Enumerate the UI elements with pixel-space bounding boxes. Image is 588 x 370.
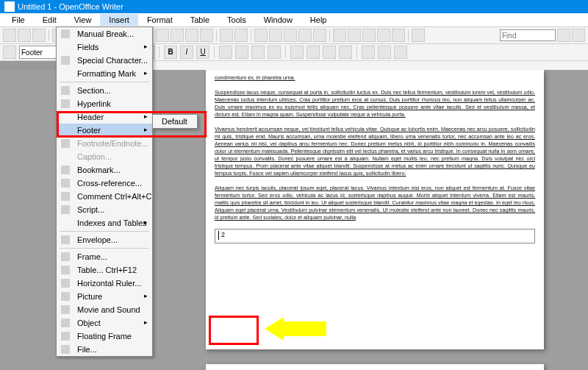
mi-footnote: Footnote/Endnote... (57, 137, 152, 150)
tb-new[interactable] (3, 29, 16, 42)
footer-default[interactable]: Default (153, 115, 197, 128)
page-1-content: condimentum ex, in pharetra urna. Suspen… (206, 70, 544, 226)
bold-btn[interactable]: B (164, 46, 177, 59)
menu-tools[interactable]: Tools (218, 14, 255, 26)
insert-menu-dropdown: Manual Break... Fields Special Character… (56, 26, 153, 357)
styles-btn[interactable] (3, 46, 16, 59)
mi-cross-ref[interactable]: Cross-reference... (57, 177, 152, 190)
tb-cut[interactable] (156, 29, 169, 42)
footer-submenu: Default (152, 114, 198, 129)
menu-format[interactable]: Format (138, 14, 182, 26)
align-right[interactable] (251, 46, 265, 59)
tb-zoom[interactable] (392, 29, 405, 42)
tb-paste[interactable] (185, 29, 198, 42)
find-next[interactable] (572, 29, 585, 42)
fontcolor[interactable] (362, 46, 375, 59)
titlebar: Untitled 1 - OpenOffice Writer (0, 0, 588, 13)
mi-script[interactable]: Script... (57, 203, 152, 216)
menu-table[interactable]: Table (182, 14, 218, 26)
tb-undo[interactable] (220, 29, 233, 42)
mi-frame[interactable]: Frame... (57, 250, 152, 263)
menubar: File Edit View Insert Format Table Tools… (0, 13, 588, 27)
menu-window[interactable]: Window (255, 14, 301, 26)
page-2: augue dignissim orci, quis vehicula nisi… (206, 364, 544, 370)
tb-b3[interactable] (313, 29, 326, 42)
align-center[interactable] (235, 46, 248, 59)
page-1: condimentum ex, in pharetra urna. Suspen… (206, 70, 544, 349)
mi-manual-break[interactable]: Manual Break... (57, 27, 152, 40)
mi-file[interactable]: File... (57, 343, 152, 356)
mi-movie[interactable]: Movie and Sound (57, 303, 152, 316)
mi-comment[interactable]: Comment Ctrl+Alt+C (57, 190, 152, 203)
mi-table[interactable]: Table... Ctrl+F12 (57, 263, 152, 277)
mi-special-char[interactable]: Special Character... (57, 54, 152, 67)
para-1: condimentum ex, in pharetra urna. (215, 74, 295, 81)
app-icon (4, 1, 15, 12)
underline-btn[interactable]: U (196, 46, 209, 59)
tb-nav[interactable] (333, 29, 346, 42)
indent-inc[interactable] (339, 46, 352, 59)
menu-help[interactable]: Help (301, 14, 336, 26)
tb-gallery[interactable] (348, 29, 361, 42)
tb-open[interactable] (18, 29, 31, 42)
mi-footer[interactable]: Footer (57, 124, 152, 137)
list-num[interactable] (290, 46, 304, 59)
menu-view[interactable]: View (65, 14, 101, 26)
highlight[interactable] (378, 46, 391, 59)
page-2-content: augue dignissim orci, quis vehicula nisi… (206, 364, 544, 370)
menu-insert[interactable]: Insert (100, 14, 138, 26)
para-3: Vivamus hendrerit accumsan neque, vel ti… (215, 126, 535, 177)
mi-picture[interactable]: Picture (57, 290, 152, 303)
mi-floating-frame[interactable]: Floating Frame (57, 330, 152, 343)
align-left[interactable] (219, 46, 232, 59)
mi-hruler[interactable]: Horizontal Ruler... (57, 277, 152, 290)
mi-bookmark[interactable]: Bookmark... (57, 163, 152, 177)
mi-indexes[interactable]: Indexes and Tables (57, 216, 152, 230)
mi-fields[interactable]: Fields (57, 40, 152, 54)
tb-hyperlink[interactable] (254, 29, 268, 42)
mi-hyperlink[interactable]: Hyperlink (57, 97, 152, 110)
footer-field[interactable]: 2 (215, 229, 535, 243)
tb-b2[interactable] (298, 29, 312, 42)
tb-brush[interactable] (200, 29, 213, 42)
tb-b1[interactable] (284, 29, 297, 42)
tb-table[interactable] (269, 29, 282, 42)
mi-envelope[interactable]: Envelope... (57, 233, 152, 246)
tb-npr[interactable] (377, 29, 390, 42)
tb-save[interactable] (32, 29, 46, 42)
find-prev[interactable] (557, 29, 570, 42)
mi-header[interactable]: Header (57, 110, 152, 124)
mi-formatting-mark[interactable]: Formatting Mark (57, 67, 152, 80)
tb-help[interactable] (412, 29, 425, 42)
italic-btn[interactable]: I (180, 46, 193, 59)
menu-edit[interactable]: Edit (34, 14, 65, 26)
menu-file[interactable]: File (3, 14, 34, 26)
mi-caption: Caption... (57, 150, 152, 163)
para-2: Suspendisse lacus neque, consequat at po… (215, 89, 535, 118)
para-4: Aliquam nec turpis iaculis, placerat ips… (215, 185, 535, 221)
mi-object[interactable]: Object (57, 316, 152, 330)
indent-dec[interactable] (323, 46, 336, 59)
footer-page-number: 2 (221, 231, 225, 238)
align-just[interactable] (268, 46, 281, 59)
bgcolor[interactable] (394, 46, 407, 59)
list-bul[interactable] (306, 46, 320, 59)
tb-redo[interactable] (234, 29, 248, 42)
tb-copy[interactable] (171, 29, 184, 42)
mi-section[interactable]: Section... (57, 84, 152, 97)
find-input[interactable] (500, 29, 556, 41)
window-title: Untitled 1 - OpenOffice Writer (18, 0, 123, 13)
tb-datasrc[interactable] (362, 29, 376, 42)
